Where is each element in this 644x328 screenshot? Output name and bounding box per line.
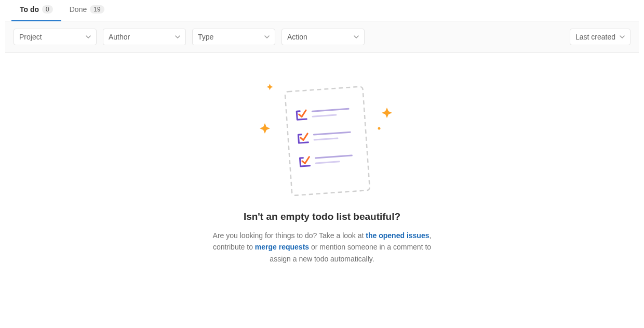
svg-rect-0 — [285, 86, 370, 195]
tab-done-count: 19 — [90, 5, 104, 14]
tab-done-label: Done — [70, 5, 87, 14]
filter-action[interactable]: Action — [281, 29, 365, 45]
sort-label: Last created — [575, 33, 615, 41]
chevron-down-icon — [620, 34, 625, 40]
svg-point-7 — [378, 127, 381, 130]
merge-requests-link[interactable]: merge requests — [255, 243, 309, 251]
filter-author[interactable]: Author — [103, 29, 186, 45]
empty-illustration — [244, 79, 400, 199]
empty-description: Are you looking for things to do? Take a… — [203, 230, 441, 265]
filter-project-label: Project — [19, 33, 42, 41]
empty-title: Isn't an empty todo list beautiful? — [16, 211, 628, 222]
chevron-down-icon — [264, 34, 270, 40]
empty-text-pre: Are you looking for things to do? Take a… — [213, 231, 366, 240]
filter-project[interactable]: Project — [14, 29, 97, 45]
opened-issues-link[interactable]: the opened issues — [366, 231, 429, 240]
chevron-down-icon — [175, 34, 180, 40]
filter-action-label: Action — [287, 33, 307, 41]
chevron-down-icon — [354, 34, 359, 40]
tab-done[interactable]: Done 19 — [61, 0, 113, 21]
chevron-down-icon — [86, 34, 91, 40]
tabs: To do 0 Done 19 — [5, 0, 639, 21]
sort-dropdown[interactable]: Last created — [570, 29, 630, 45]
empty-state: Isn't an empty todo list beautiful? Are … — [5, 53, 639, 285]
filter-bar: Project Author Type Action Last created — [5, 21, 639, 53]
filter-type-label: Type — [198, 33, 213, 41]
tab-todo-count: 0 — [42, 5, 53, 14]
filter-type[interactable]: Type — [192, 29, 275, 45]
filter-author-label: Author — [109, 33, 130, 41]
tab-todo-label: To do — [20, 5, 39, 14]
tab-todo[interactable]: To do 0 — [11, 0, 61, 21]
